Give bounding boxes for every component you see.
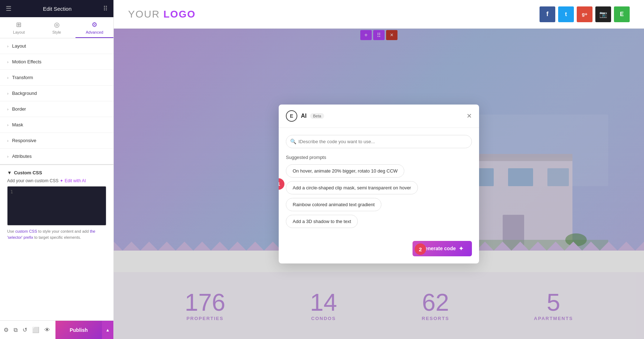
elementor-icon: E xyxy=(286,110,297,122)
sidebar-header: ☰ Edit Section ⠿ xyxy=(0,0,113,17)
logo-text: YOUR LOGO xyxy=(128,9,196,20)
tab-style[interactable]: ◎ Style xyxy=(38,17,76,38)
menu-label-responsive: Responsive xyxy=(12,138,36,143)
social-instagram[interactable]: 📷 xyxy=(595,6,611,22)
menu-label-border: Border xyxy=(12,106,26,112)
responsive-icon[interactable]: ⬜ xyxy=(32,326,39,333)
chevron-icon: › xyxy=(7,123,9,127)
sidebar-bottom: ⚙ ⧉ ↺ ⬜ 👁 Publish ▲ xyxy=(0,320,113,339)
social-twitter[interactable]: t xyxy=(558,6,574,22)
modal-close-button[interactable]: ✕ xyxy=(467,112,472,120)
search-wrapper: 🔍 xyxy=(286,135,472,148)
ai-modal: 1 E AI Beta ✕ xyxy=(279,105,479,263)
custom-css-link[interactable]: custom CSS xyxy=(15,229,37,233)
menu-item-border[interactable]: › Border xyxy=(0,101,113,117)
menu-item-background[interactable]: › Background xyxy=(0,86,113,101)
menu-item-attributes[interactable]: › Attributes xyxy=(0,149,113,164)
menu-label-mask: Mask xyxy=(12,122,23,127)
tab-style-label: Style xyxy=(52,30,61,34)
menu-item-motion-effects[interactable]: › Motion Effects xyxy=(0,54,113,70)
bottom-icons: ⚙ ⧉ ↺ ⬜ 👁 xyxy=(0,326,55,333)
chevron-icon: › xyxy=(7,154,9,159)
menu-item-transform[interactable]: › Transform xyxy=(0,70,113,86)
ai-label: AI xyxy=(301,113,307,119)
social-icons: f t g+ 📷 E xyxy=(540,6,630,22)
code-editor[interactable]: 1 xyxy=(7,186,106,226)
search-icon: 🔍 xyxy=(290,139,296,144)
prompt-chip-3[interactable]: Add a 3D shadow to the text xyxy=(286,215,358,228)
menu-label-transform: Transform xyxy=(12,75,33,80)
custom-css-subtitle: Add your own custom CSS ✦ Edit with AI xyxy=(7,178,106,183)
tab-layout-label: Layout xyxy=(13,30,25,34)
publish-button[interactable]: Publish xyxy=(55,321,102,339)
top-bar: YOUR LOGO f t g+ 📷 E xyxy=(114,0,644,29)
modal-body: 🔍 Suggested prompts On hover, animate 20… xyxy=(279,128,479,235)
layout-icon: ⊞ xyxy=(16,21,21,29)
modal-header-left: E AI Beta xyxy=(286,110,324,122)
suggested-title: Suggested prompts xyxy=(286,155,472,160)
tab-layout[interactable]: ⊞ Layout xyxy=(0,17,38,38)
modal-overlay[interactable]: 1 E AI Beta ✕ xyxy=(114,29,644,339)
grid-icon[interactable]: ⠿ xyxy=(103,5,108,13)
modal-footer: 2 Generate code ✦ xyxy=(279,235,479,263)
social-google-plus[interactable]: g+ xyxy=(577,6,592,22)
main-content: YOUR LOGO f t g+ 📷 E xyxy=(114,0,644,339)
chevron-icon: › xyxy=(7,91,9,96)
chevron-icon: › xyxy=(7,44,9,48)
css-hint: Use custom CSS to style your content and… xyxy=(7,228,106,240)
social-elementor[interactable]: E xyxy=(614,6,630,22)
custom-css-header: ▼ Custom CSS xyxy=(7,170,106,175)
modal-header: E AI Beta ✕ xyxy=(279,105,479,128)
advanced-icon: ⚙ xyxy=(92,21,97,29)
history-icon[interactable]: ↺ xyxy=(23,326,27,333)
hamburger-icon[interactable]: ☰ xyxy=(6,5,11,13)
menu-item-layout[interactable]: › Layout xyxy=(0,38,113,54)
beta-badge: Beta xyxy=(310,113,324,119)
chevron-icon: › xyxy=(7,60,9,64)
step-2-badge: 2 xyxy=(415,243,426,255)
settings-icon[interactable]: ⚙ xyxy=(4,326,9,333)
menu-label-attributes: Attributes xyxy=(12,154,32,159)
menu-item-responsive[interactable]: › Responsive xyxy=(0,133,113,149)
tab-advanced[interactable]: ⚙ Advanced xyxy=(75,17,113,38)
tab-advanced-label: Advanced xyxy=(86,30,103,34)
custom-css-title: ▼ Custom CSS xyxy=(7,170,42,175)
chevron-icon: › xyxy=(7,107,9,111)
sidebar-menu: › Layout › Motion Effects › Transform › … xyxy=(0,38,113,320)
prompt-chip-0[interactable]: On hover, animate 20% bigger, rotato 10 … xyxy=(286,164,404,178)
social-facebook[interactable]: f xyxy=(540,6,555,22)
menu-label-background: Background xyxy=(12,91,37,96)
sidebar-title: Edit Section xyxy=(43,6,72,12)
chevron-icon: › xyxy=(7,139,9,143)
publish-dropdown-button[interactable]: ▲ xyxy=(102,321,113,339)
menu-item-mask[interactable]: › Mask xyxy=(0,117,113,133)
chevron-icon: › xyxy=(7,76,9,80)
prompt-chips: On hover, animate 20% bigger, rotato 10 … xyxy=(286,164,472,228)
style-icon: ◎ xyxy=(54,21,60,29)
logo-area: YOUR LOGO xyxy=(128,9,196,20)
code-search-input[interactable] xyxy=(286,135,472,148)
preview-icon[interactable]: 👁 xyxy=(44,327,50,333)
menu-label-motion: Motion Effects xyxy=(12,59,42,64)
chevron-down-icon: ▼ xyxy=(7,170,12,175)
sidebar: ☰ Edit Section ⠿ ⊞ Layout ◎ Style ⚙ Adva… xyxy=(0,0,114,339)
sidebar-tabs: ⊞ Layout ◎ Style ⚙ Advanced xyxy=(0,17,113,38)
prompt-chip-1[interactable]: Add a circle-shaped clip mask, semi tran… xyxy=(286,181,418,194)
prompt-chip-2[interactable]: Rainbow colored animated text gradient xyxy=(286,198,381,211)
menu-label-layout: Layout xyxy=(12,43,26,49)
custom-css-section: ▼ Custom CSS Add your own custom CSS ✦ E… xyxy=(0,164,113,244)
layers-icon[interactable]: ⧉ xyxy=(14,327,18,333)
page-canvas: + ⠿ × CONTACT US 176 PROPERTIES 14 COND xyxy=(114,29,644,339)
sparkle-icon: ✦ xyxy=(459,245,463,252)
chevron-up-icon: ▲ xyxy=(106,328,110,333)
edit-with-ai-link[interactable]: ✦ Edit with AI xyxy=(60,178,86,183)
code-area[interactable] xyxy=(16,189,103,222)
line-numbers: 1 xyxy=(10,189,13,222)
